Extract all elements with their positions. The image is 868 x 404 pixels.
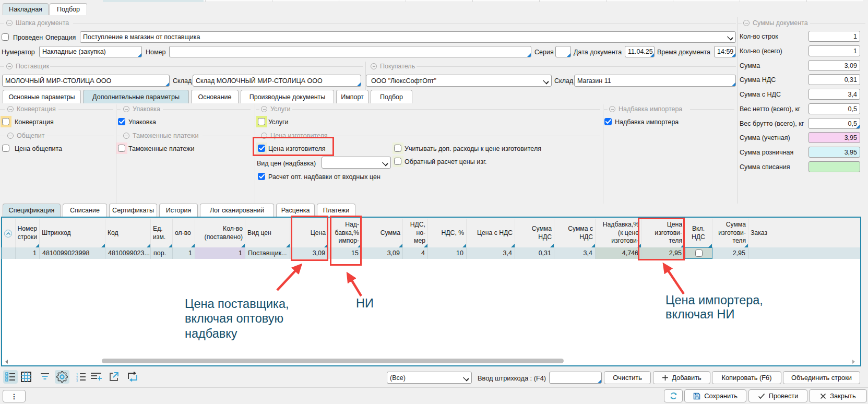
svg-text:3: 3 [76,379,78,382]
